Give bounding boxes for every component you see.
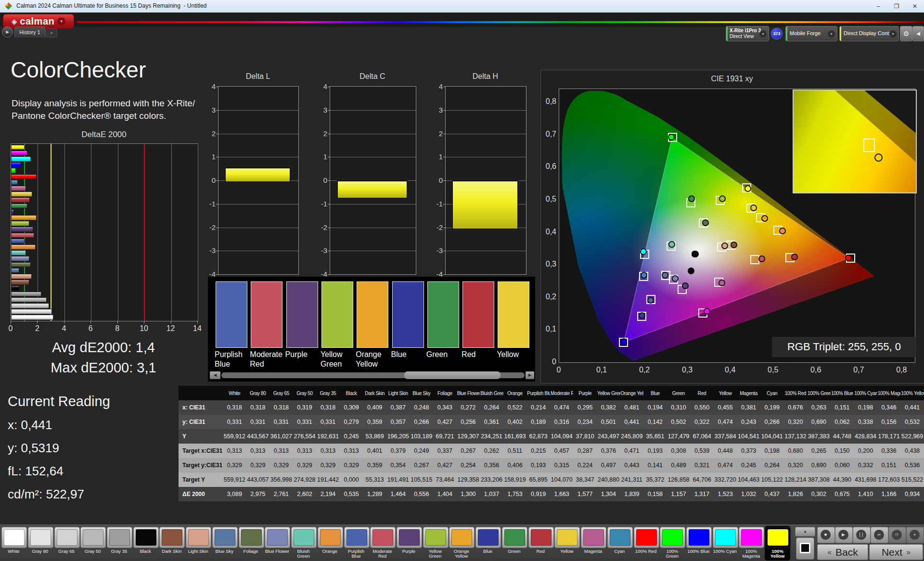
chevron-down-icon: ▼: [889, 30, 897, 38]
source-selector[interactable]: Mobile Forge ▼: [785, 26, 837, 41]
minimize-icon[interactable]: –: [869, 0, 887, 13]
add-tab-button[interactable]: +: [46, 28, 57, 38]
patch-button[interactable]: [686, 527, 712, 548]
patch-button[interactable]: [370, 527, 396, 548]
tab-scroll-button[interactable]: ▶: [2, 26, 13, 38]
patch-button[interactable]: [1, 527, 27, 548]
patch-button[interactable]: [397, 527, 422, 548]
bottom-patch-blue-flower[interactable]: Blue Flower: [264, 526, 290, 561]
bottom-patch-white[interactable]: White: [1, 526, 26, 561]
patch-button[interactable]: [739, 527, 764, 548]
bottom-patch-yellow-green[interactable]: Yellow Green: [423, 526, 448, 561]
patch-label: 100% Cyan: [712, 549, 738, 554]
bottom-patch-foliage[interactable]: Foliage: [238, 526, 264, 561]
bottom-patch-black[interactable]: Black: [133, 526, 158, 561]
gear-icon[interactable]: ⚙: [900, 26, 912, 41]
bottom-patch-bluish-green[interactable]: Bluish Green: [291, 526, 316, 561]
bottom-patch-gray-35[interactable]: Gray 35: [106, 526, 132, 561]
close-icon[interactable]: ✕: [906, 0, 924, 13]
table-cell: 128,214: [784, 472, 808, 487]
maximize-icon[interactable]: ❐: [887, 0, 906, 13]
bottom-patch-orange-yellow[interactable]: Orange Yellow: [449, 526, 474, 561]
pattern-window-button[interactable]: [796, 537, 814, 560]
patch-button[interactable]: [607, 527, 633, 548]
stop-button[interactable]: ■: [817, 527, 835, 543]
play-button[interactable]: ▶: [835, 527, 853, 543]
patch-button[interactable]: [475, 527, 501, 548]
bottom-patch-moderate-red[interactable]: Moderate Red: [370, 526, 395, 561]
bottom-patch-gray-80[interactable]: Gray 80: [27, 526, 53, 561]
bottom-patch-red[interactable]: Red: [528, 526, 553, 561]
bottom-patch-yellow[interactable]: Yellow: [554, 526, 579, 561]
patch-button[interactable]: [291, 527, 317, 548]
bottom-patch-100-yellow[interactable]: 100% Yellow: [765, 526, 790, 561]
patch-button[interactable]: [54, 527, 80, 548]
patch-swatch[interactable]: [462, 281, 494, 348]
patch-button[interactable]: [133, 527, 159, 548]
collapse-panel-icon[interactable]: ◀: [912, 26, 924, 41]
bottom-patch-light-skin[interactable]: Light Skin: [185, 526, 211, 561]
patch-button[interactable]: [265, 527, 290, 548]
next-button[interactable]: Next »: [869, 544, 923, 560]
patch-button[interactable]: [186, 527, 211, 548]
bottom-patch-green[interactable]: Green: [501, 526, 527, 561]
patch-button[interactable]: [159, 527, 185, 548]
patch-button[interactable]: [713, 527, 738, 548]
tab-history-1[interactable]: History 1: [14, 26, 45, 38]
bottom-patch-dark-skin[interactable]: Dark Skin: [159, 526, 184, 561]
patch-button[interactable]: [528, 527, 554, 548]
patch-button[interactable]: [28, 527, 53, 548]
bottom-patch-100-red[interactable]: 100% Red: [633, 526, 659, 561]
patch-button[interactable]: [80, 527, 106, 548]
record-button[interactable]: ●: [906, 527, 924, 543]
patch-swatch[interactable]: [251, 281, 282, 348]
bottom-patch-blue-sky[interactable]: Blue Sky: [212, 526, 237, 561]
bottom-patch-magenta[interactable]: Magenta: [580, 526, 606, 561]
patch-preview-strip: ◀ ▶ Purplish BlueModerate RedPurpleYello…: [208, 277, 535, 382]
patch-button[interactable]: [423, 527, 449, 548]
bottom-patch-100-green[interactable]: 100% Green: [659, 526, 685, 561]
patch-button[interactable]: [502, 527, 527, 548]
expand-up-icon[interactable]: ▲: [795, 527, 815, 536]
patch-swatch[interactable]: [216, 281, 247, 348]
patch-swatch[interactable]: [392, 281, 424, 348]
patch-button[interactable]: [449, 527, 475, 548]
refresh-button[interactable]: ⟳: [888, 527, 906, 543]
bottom-patch-100-magenta[interactable]: 100% Magenta: [738, 526, 764, 561]
patch-button[interactable]: [239, 527, 264, 548]
bottom-patch-blue[interactable]: Blue: [475, 526, 500, 561]
patch-swatch[interactable]: [427, 281, 459, 348]
scrollbar-thumb[interactable]: [404, 371, 500, 379]
patch-button[interactable]: [318, 527, 343, 548]
bottom-patch-orange[interactable]: Orange: [317, 526, 343, 561]
meter-selector[interactable]: X-Rite i1Pro 3 Direct View ▼: [726, 26, 769, 41]
bottom-patch-cyan[interactable]: Cyan: [607, 526, 632, 561]
bottom-patch-purplish-blue[interactable]: Purplish Blue: [344, 526, 369, 561]
scroll-right-icon[interactable]: ▶: [526, 371, 534, 379]
patch-button[interactable]: [107, 527, 132, 548]
patch-button[interactable]: [344, 527, 370, 548]
calman-logo-icon: ◈: [12, 17, 17, 26]
bottom-patch-gray-50[interactable]: Gray 50: [80, 526, 105, 561]
patch-swatch[interactable]: [321, 281, 353, 348]
scroll-left-icon[interactable]: ◀: [210, 371, 220, 379]
bottom-patch-100-blue[interactable]: 100% Blue: [686, 526, 711, 561]
patch-button[interactable]: [212, 527, 238, 548]
patch-button[interactable]: [634, 527, 659, 548]
patch-button[interactable]: [765, 527, 791, 548]
patch-swatch[interactable]: [498, 281, 529, 348]
deltae-axis-labels: 02468101214: [11, 324, 198, 335]
patch-button[interactable]: [581, 527, 606, 548]
bottom-patch-purple[interactable]: Purple: [396, 526, 422, 561]
patch-swatch[interactable]: [286, 281, 318, 348]
back-button[interactable]: « Back: [817, 544, 868, 560]
loop-button[interactable]: ∞: [871, 527, 888, 543]
patch-button[interactable]: [554, 527, 580, 548]
interval-button[interactable]: [·]: [853, 527, 871, 543]
bottom-patch-100-cyan[interactable]: 100% Cyan: [712, 526, 738, 561]
display-control-selector[interactable]: Direct Display Control ▼: [839, 26, 899, 41]
patch-swatch[interactable]: [357, 281, 388, 348]
bottom-patch-gray-65[interactable]: Gray 65: [54, 526, 79, 561]
table-cell: 332,720: [714, 472, 737, 487]
patch-button[interactable]: [660, 527, 685, 548]
